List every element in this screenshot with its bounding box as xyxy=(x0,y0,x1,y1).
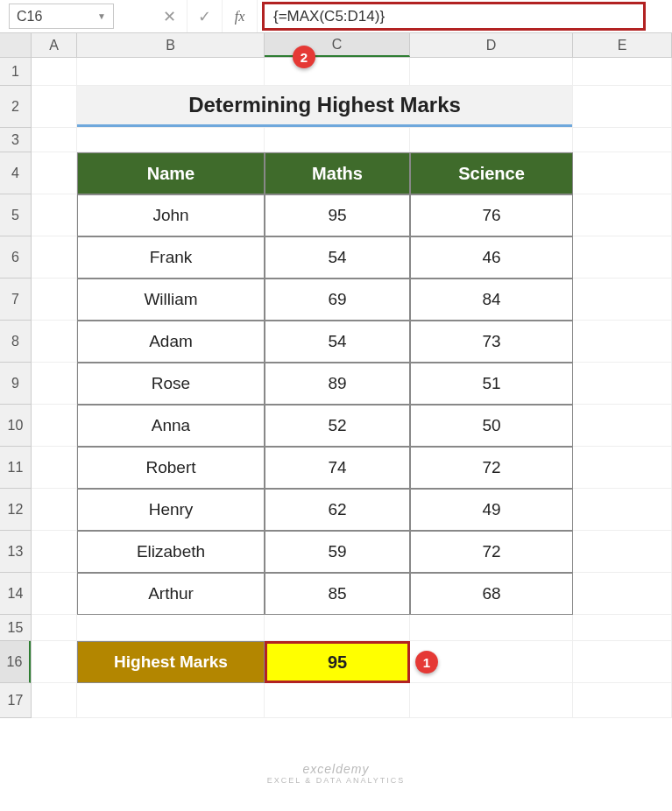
table-row[interactable]: Adam xyxy=(77,321,265,363)
table-row[interactable]: 59 xyxy=(265,531,410,573)
table-row[interactable]: 62 xyxy=(265,489,410,531)
row-header-2[interactable]: 2 xyxy=(0,86,31,128)
row-header-6[interactable]: 6 xyxy=(0,236,31,279)
cell-D15[interactable] xyxy=(410,615,573,641)
cell-A3[interactable] xyxy=(32,128,77,152)
table-row[interactable]: Rose xyxy=(77,363,265,405)
cell-A5[interactable] xyxy=(32,194,77,236)
table-row[interactable]: 73 xyxy=(410,321,573,363)
row-header-8[interactable]: 8 xyxy=(0,321,31,363)
cell-B1[interactable] xyxy=(77,58,265,86)
table-row[interactable]: John xyxy=(77,194,265,236)
cell-E5[interactable] xyxy=(573,194,672,236)
cell-E9[interactable] xyxy=(573,363,672,405)
cell-E1[interactable] xyxy=(573,58,672,86)
column-header-B[interactable]: B xyxy=(77,33,265,57)
cell-C1[interactable] xyxy=(265,58,410,86)
cell-A10[interactable] xyxy=(32,405,77,447)
cell-E11[interactable] xyxy=(573,447,672,489)
cell-E16[interactable] xyxy=(573,641,672,683)
cell-E8[interactable] xyxy=(573,321,672,363)
cell-A12[interactable] xyxy=(32,489,77,531)
table-row[interactable]: 69 xyxy=(265,279,410,321)
row-header-13[interactable]: 13 xyxy=(0,531,31,573)
cell-E12[interactable] xyxy=(573,489,672,531)
table-row[interactable]: 51 xyxy=(410,363,573,405)
table-row[interactable]: Elizabeth xyxy=(77,531,265,573)
cell-A17[interactable] xyxy=(32,683,77,718)
cell-B17[interactable] xyxy=(77,683,265,718)
cell-A9[interactable] xyxy=(32,363,77,405)
cell-C17[interactable] xyxy=(265,683,410,718)
cell-C15[interactable] xyxy=(265,615,410,641)
row-header-10[interactable]: 10 xyxy=(0,405,31,447)
cell-A16[interactable] xyxy=(32,641,77,683)
cell-E17[interactable] xyxy=(573,683,672,718)
cell-E3[interactable] xyxy=(573,128,672,152)
row-header-16[interactable]: 16 xyxy=(0,641,31,683)
table-row[interactable]: 49 xyxy=(410,489,573,531)
cell-A8[interactable] xyxy=(32,321,77,363)
cell-B3[interactable] xyxy=(77,128,265,152)
title-cell[interactable]: Determining Highest Marks xyxy=(77,86,573,128)
table-row[interactable]: 76 xyxy=(410,194,573,236)
row-header-11[interactable]: 11 xyxy=(0,447,31,489)
table-row[interactable]: 72 xyxy=(410,531,573,573)
column-header-C[interactable]: C xyxy=(265,33,410,57)
row-header-5[interactable]: 5 xyxy=(0,194,31,236)
cell-D3[interactable] xyxy=(410,128,573,152)
cells-area[interactable]: Determining Highest Marks Name Maths Sci… xyxy=(32,58,672,718)
table-row[interactable]: Anna xyxy=(77,405,265,447)
cell-E6[interactable] xyxy=(573,236,672,279)
cell-E4[interactable] xyxy=(573,152,672,194)
cell-E7[interactable] xyxy=(573,279,672,321)
highest-marks-label[interactable]: Highest Marks xyxy=(77,641,265,683)
table-header-maths[interactable]: Maths xyxy=(265,152,410,194)
cell-D17[interactable] xyxy=(410,683,573,718)
select-all-corner[interactable] xyxy=(0,33,32,57)
row-header-14[interactable]: 14 xyxy=(0,573,31,615)
column-header-D[interactable]: D xyxy=(410,33,573,57)
column-header-E[interactable]: E xyxy=(573,33,672,57)
cell-A13[interactable] xyxy=(32,531,77,573)
table-row[interactable]: 52 xyxy=(265,405,410,447)
table-header-name[interactable]: Name xyxy=(77,152,265,194)
table-row[interactable]: Arthur xyxy=(77,573,265,615)
cell-D1[interactable] xyxy=(410,58,573,86)
cell-E15[interactable] xyxy=(573,615,672,641)
row-header-12[interactable]: 12 xyxy=(0,489,31,531)
row-header-9[interactable]: 9 xyxy=(0,363,31,405)
table-row[interactable]: 54 xyxy=(265,236,410,279)
cell-E13[interactable] xyxy=(573,531,672,573)
table-row[interactable]: 95 xyxy=(265,194,410,236)
cell-A14[interactable] xyxy=(32,573,77,615)
table-row[interactable]: 72 xyxy=(410,447,573,489)
cell-A7[interactable] xyxy=(32,279,77,321)
accept-formula-button[interactable]: ✓ xyxy=(187,0,223,32)
table-row[interactable]: 89 xyxy=(265,363,410,405)
highest-marks-value[interactable]: 95 xyxy=(265,641,410,683)
cell-A4[interactable] xyxy=(32,152,77,194)
cell-A6[interactable] xyxy=(32,236,77,279)
cell-C3[interactable] xyxy=(265,128,410,152)
table-row[interactable]: William xyxy=(77,279,265,321)
column-header-A[interactable]: A xyxy=(32,33,77,57)
row-header-7[interactable]: 7 xyxy=(0,279,31,321)
cell-E2[interactable] xyxy=(573,86,672,128)
cancel-formula-button[interactable]: ✕ xyxy=(152,0,187,32)
table-row[interactable]: 84 xyxy=(410,279,573,321)
formula-input[interactable]: {=MAX(C5:D14)} xyxy=(258,0,672,32)
table-row[interactable]: Frank xyxy=(77,236,265,279)
table-row[interactable]: 74 xyxy=(265,447,410,489)
table-row[interactable]: Henry xyxy=(77,489,265,531)
table-header-science[interactable]: Science xyxy=(410,152,573,194)
cell-A2[interactable] xyxy=(32,86,77,128)
row-header-4[interactable]: 4 xyxy=(0,152,31,194)
table-row[interactable]: 85 xyxy=(265,573,410,615)
cell-A1[interactable] xyxy=(32,58,77,86)
row-header-3[interactable]: 3 xyxy=(0,128,31,152)
cell-D16[interactable]: 1 xyxy=(410,641,573,683)
row-header-17[interactable]: 17 xyxy=(0,683,31,718)
table-row[interactable]: 54 xyxy=(265,321,410,363)
chevron-down-icon[interactable]: ▼ xyxy=(97,11,106,21)
